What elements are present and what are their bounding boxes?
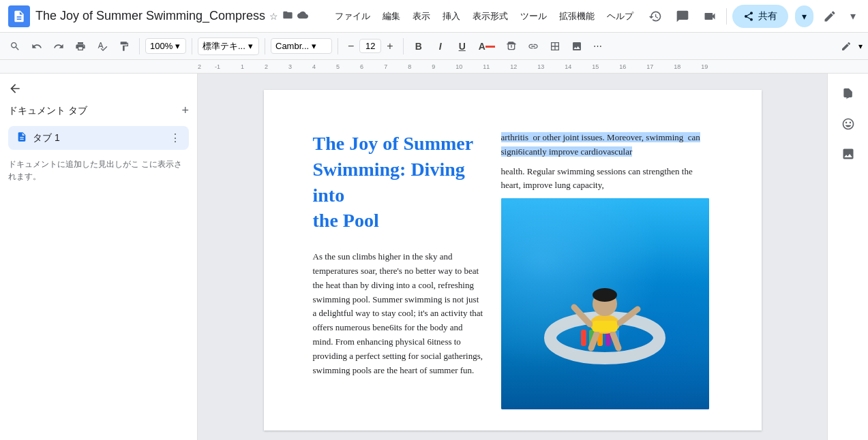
font-selector[interactable]: Cambr... ▾ xyxy=(271,38,332,54)
right-text-highlighted: arthritis or other joint issues. Moreove… xyxy=(501,131,713,159)
share-button[interactable]: 共有 xyxy=(732,5,788,28)
edit-dropdown-button[interactable]: ▾ xyxy=(846,5,860,27)
menu-format[interactable]: 表示形式 xyxy=(467,7,513,25)
insert-table-button[interactable] xyxy=(545,38,565,54)
cloud-save-icon[interactable] xyxy=(297,10,308,22)
menu-file[interactable]: ファイル xyxy=(329,7,376,25)
svg-point-8 xyxy=(593,288,617,302)
menu-tools[interactable]: ツール xyxy=(515,7,552,25)
link-button[interactable] xyxy=(524,38,543,54)
redo-button[interactable] xyxy=(49,38,68,54)
menu-edit[interactable]: 編集 xyxy=(377,7,406,25)
add-comment-button[interactable] xyxy=(836,82,860,106)
print-button[interactable] xyxy=(71,38,90,54)
bold-button[interactable]: B xyxy=(409,38,428,54)
document-heading: The Joy of Summer Swimming: Diving into … xyxy=(313,131,485,234)
zoom-selector[interactable]: 100% ▾ xyxy=(145,38,186,54)
tab-label: タブ 1 xyxy=(33,132,164,144)
sidebar: ドキュメント タブ + タブ 1 ⋮ ドキュメントに追加した見出しがこ こに表示… xyxy=(0,74,198,440)
menu-bar: ファイル 編集 表示 挿入 表示形式 ツール 拡張機能 ヘルプ xyxy=(329,7,639,25)
insert-image-button[interactable] xyxy=(567,38,586,54)
separator-1 xyxy=(139,38,140,54)
tab-icon xyxy=(16,131,27,144)
font-dropdown-icon: ▾ xyxy=(312,41,316,51)
edit-mode-button[interactable] xyxy=(819,5,841,27)
separator-4 xyxy=(338,38,338,54)
add-tab-button[interactable]: + xyxy=(181,104,189,118)
top-bar: The Joy of Summer Swimming_Compress ☆ ファ… xyxy=(0,0,868,33)
separator-5 xyxy=(403,38,404,54)
font-value: Cambr... xyxy=(275,41,309,51)
separator-2 xyxy=(192,38,192,54)
share-label: 共有 xyxy=(758,10,777,22)
insert-image-side-button[interactable] xyxy=(836,142,860,166)
zoom-value: 100% xyxy=(150,41,173,51)
sidebar-header: ドキュメント タブ + xyxy=(8,104,189,118)
zoom-dropdown-icon: ▾ xyxy=(175,41,180,51)
menu-view[interactable]: 表示 xyxy=(407,7,436,25)
person-svg xyxy=(537,229,673,379)
menu-insert[interactable]: 挿入 xyxy=(437,7,466,25)
star-icon[interactable]: ☆ xyxy=(269,11,278,22)
document-area[interactable]: The Joy of Summer Swimming: Diving into … xyxy=(198,74,827,440)
style-selector[interactable]: 標準テキ... ▾ xyxy=(198,37,259,55)
spellcheck-button[interactable] xyxy=(93,38,112,54)
document-page: The Joy of Summer Swimming: Diving into … xyxy=(264,90,762,430)
page-content: The Joy of Summer Swimming: Diving into … xyxy=(313,131,713,409)
history-button[interactable] xyxy=(644,5,666,27)
right-panel xyxy=(827,74,868,440)
highlight-button[interactable] xyxy=(502,38,521,54)
increase-font-button[interactable]: + xyxy=(383,37,397,55)
font-size-area: − + xyxy=(344,37,398,55)
font-size-input[interactable] xyxy=(359,39,381,53)
pool-image xyxy=(501,198,709,409)
text-color-button[interactable]: A xyxy=(475,38,499,54)
style-dropdown-icon: ▾ xyxy=(248,41,253,51)
right-column: arthritis or other joint issues. Moreove… xyxy=(501,131,713,409)
style-value: 標準テキ... xyxy=(203,40,245,52)
svg-rect-13 xyxy=(593,321,617,332)
video-button[interactable] xyxy=(699,5,721,27)
italic-button[interactable]: I xyxy=(431,38,450,54)
app-icon xyxy=(8,5,30,27)
left-column: The Joy of Summer Swimming: Diving into … xyxy=(313,131,485,377)
text-color-indicator xyxy=(485,46,495,48)
sidebar-back-button[interactable] xyxy=(8,82,189,95)
body-text: As the sun climbs higher in the sky and … xyxy=(313,250,485,377)
main-layout: ドキュメント タブ + タブ 1 ⋮ ドキュメントに追加した見出しがこ こに表示… xyxy=(0,74,868,440)
ruler: 2 -1 1 2 3 4 5 6 7 8 9 10 11 12 13 14 15… xyxy=(0,60,868,74)
edit-dropdown-icon[interactable]: ▾ xyxy=(858,42,863,51)
svg-rect-1 xyxy=(581,330,586,346)
doc-title-area: The Joy of Summer Swimming_Compress ☆ xyxy=(35,9,324,23)
undo-button[interactable] xyxy=(27,38,46,54)
share-dropdown-button[interactable]: ▾ xyxy=(795,5,813,27)
underline-button[interactable]: U xyxy=(453,38,472,54)
right-text-normal: health. Regular swimming sessions can st… xyxy=(501,165,713,193)
tab-item[interactable]: タブ 1 ⋮ xyxy=(8,126,189,150)
folder-icon[interactable] xyxy=(282,10,293,22)
sidebar-title: ドキュメント タブ xyxy=(8,105,87,117)
separator-3 xyxy=(265,38,265,54)
decrease-font-button[interactable]: − xyxy=(344,37,358,55)
search-button[interactable] xyxy=(5,38,25,54)
paintformat-button[interactable] xyxy=(115,38,134,54)
edit-pencil-button[interactable] xyxy=(837,38,856,54)
toolbar: 100% ▾ 標準テキ... ▾ Cambr... ▾ − + B I U A … xyxy=(0,33,868,60)
ruler-content: 2 -1 1 2 3 4 5 6 7 8 9 10 11 12 13 14 15… xyxy=(198,63,868,70)
emoji-button[interactable] xyxy=(836,112,860,136)
tab-menu-button[interactable]: ⋮ xyxy=(170,131,181,144)
top-right-controls: 共有 ▾ ▾ xyxy=(644,5,860,28)
sidebar-hint: ドキュメントに追加した見出しがこ こに表示されます。 xyxy=(8,158,189,183)
more-button[interactable]: ⋯ xyxy=(589,38,606,54)
comments-button[interactable] xyxy=(672,5,693,27)
menu-help[interactable]: ヘルプ xyxy=(601,7,639,25)
document-title[interactable]: The Joy of Summer Swimming_Compress xyxy=(35,9,265,23)
menu-extensions[interactable]: 拡張機能 xyxy=(554,7,600,25)
